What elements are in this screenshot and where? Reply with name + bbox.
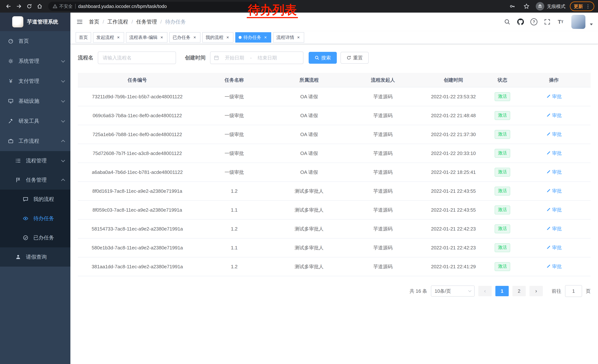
status-badge: 激活 — [495, 149, 510, 158]
sidebar-item-label: 待办任务 — [33, 215, 54, 222]
browser-reload-button[interactable] — [25, 1, 34, 11]
font-size-icon[interactable]: TT — [555, 16, 566, 27]
sidebar-item-label: 我的流程 — [33, 196, 54, 203]
cell-create-time: 2022-01-22 23:53:32 — [419, 87, 487, 106]
yen-icon: ¥ — [8, 78, 14, 84]
next-page-button[interactable]: › — [530, 286, 543, 296]
pagination-total: 共 16 条 — [410, 288, 427, 294]
approve-link[interactable]: 审批 — [546, 150, 562, 156]
sidebar-item-todo-tasks[interactable]: 待办任务 — [0, 209, 70, 228]
approve-link[interactable]: 审批 — [546, 263, 562, 270]
close-icon[interactable]: × — [296, 35, 301, 40]
address-bar[interactable]: 不安全 dashboard.yudao.iocoder.cn/bpm/task/… — [48, 2, 259, 11]
pagination: 共 16 条 10条/页 ‹ 1 2 › 前往 页 — [78, 285, 590, 297]
page-2-button[interactable]: 2 — [512, 286, 526, 296]
app-header: 首页 / 工作流程 / 任务管理 / 待办任务 ? TT — [70, 13, 598, 31]
close-icon[interactable]: × — [159, 35, 164, 40]
tag-home[interactable]: 首页 — [75, 32, 91, 43]
prev-page-button[interactable]: ‹ — [478, 286, 492, 296]
sidebar-item-system[interactable]: 系统管理 — [0, 51, 70, 71]
page-1-button[interactable]: 1 — [495, 286, 509, 296]
tag-process-detail[interactable]: 流程详情 × — [273, 32, 304, 43]
close-icon[interactable]: × — [263, 35, 268, 40]
approve-link[interactable]: 审批 — [546, 131, 562, 138]
sidebar-collapse-button[interactable] — [70, 13, 89, 31]
cell-create-time: 2022-01-21 22:42:23 — [419, 219, 487, 238]
close-icon[interactable]: × — [225, 35, 230, 40]
browser-back-button[interactable] — [4, 1, 13, 11]
sidebar-item-task-management[interactable]: 任务管理 — [0, 170, 70, 190]
cell-task-name: 1.1 — [197, 238, 272, 257]
refresh-icon — [346, 55, 351, 60]
browser-forward-button[interactable] — [14, 1, 24, 11]
app-logo-icon — [12, 16, 23, 27]
approve-link[interactable]: 审批 — [546, 188, 562, 194]
approve-link[interactable]: 审批 — [546, 226, 562, 232]
sidebar-item-home[interactable]: 首页 — [0, 31, 70, 51]
tag-my-process[interactable]: 我的流程 × — [202, 32, 233, 43]
workflow-icon — [8, 138, 14, 144]
calendar-icon — [214, 55, 219, 60]
sidebar-menu: 首页 系统管理 ¥ 支付管理 基础设施 — [0, 31, 70, 364]
approve-link[interactable]: 审批 — [546, 112, 562, 119]
search-button[interactable]: 搜索 — [309, 52, 337, 64]
date-range-picker[interactable]: - — [210, 51, 303, 64]
sidebar-item-my-process[interactable]: 我的流程 — [0, 190, 70, 209]
gear-icon — [8, 58, 14, 64]
page-size-select[interactable]: 10条/页 — [431, 285, 475, 297]
sidebar-item-leave-query[interactable]: 请假查询 — [0, 247, 70, 267]
tag-todo-tasks-active[interactable]: 待办任务 × — [235, 32, 271, 43]
fullscreen-icon[interactable] — [542, 16, 553, 27]
bookmark-star-icon[interactable] — [522, 1, 531, 11]
cell-actions: 审批 — [517, 257, 590, 276]
sidebar-item-done-tasks[interactable]: 已办任务 — [0, 228, 70, 247]
breadcrumb-separator: / — [103, 19, 104, 25]
breadcrumb-task-management[interactable]: 任务管理 — [136, 18, 157, 25]
sidebar-item-devtools[interactable]: 研发工具 — [0, 111, 70, 131]
cell-task-id: 75d72608-7b7f-11ec-a3c8-acde48001122 — [78, 144, 197, 163]
approve-link[interactable]: 审批 — [546, 93, 562, 100]
app-logo-row[interactable]: 芋道管理系统 — [0, 13, 70, 31]
help-icon[interactable]: ? — [528, 16, 540, 27]
sidebar-item-infrastructure[interactable]: 基础设施 — [0, 91, 70, 111]
sidebar-item-process-management[interactable]: 流程管理 — [0, 151, 70, 170]
end-date-input[interactable] — [253, 55, 281, 61]
close-icon[interactable]: × — [192, 35, 197, 40]
browser-update-chip[interactable]: 更新 ⋮ — [570, 1, 594, 11]
cell-task-name: 一级审批 — [197, 106, 272, 125]
search-icon[interactable] — [502, 16, 513, 27]
avatar[interactable] — [571, 15, 585, 29]
edit-icon — [546, 208, 551, 212]
process-name-input[interactable] — [98, 51, 176, 64]
goto-label: 前往 — [552, 288, 561, 294]
cell-create-time: 2022-01-22 21:48:48 — [419, 106, 487, 125]
avatar-caret-icon[interactable] — [590, 24, 593, 25]
browser-menu-icon[interactable]: ⋮ — [586, 4, 590, 9]
tag-start-process[interactable]: 发起流程 × — [93, 32, 124, 43]
tag-label: 待办任务 — [243, 34, 261, 40]
close-icon[interactable]: × — [116, 35, 121, 40]
sidebar-item-workflow[interactable]: 工作流程 — [0, 131, 70, 151]
breadcrumb-workflow[interactable]: 工作流程 — [108, 18, 128, 25]
cell-actions: 审批 — [517, 106, 590, 125]
sidebar-item-payment[interactable]: ¥ 支付管理 — [0, 71, 70, 91]
col-status: 状态 — [488, 73, 517, 87]
start-date-input[interactable] — [220, 55, 249, 61]
browser-home-button[interactable] — [35, 1, 44, 11]
tag-process-form-edit[interactable]: 流程表单-编辑 × — [126, 32, 167, 43]
approve-link[interactable]: 审批 — [546, 207, 562, 213]
sidebar: 芋道管理系统 首页 系统管理 ¥ 支付管理 — [0, 13, 70, 364]
incognito-label: 无痕模式 — [547, 3, 565, 9]
github-icon[interactable] — [515, 16, 526, 27]
approve-link[interactable]: 审批 — [546, 169, 562, 175]
tag-done-tasks[interactable]: 已办任务 × — [169, 32, 200, 43]
approve-link[interactable]: 审批 — [546, 244, 562, 251]
password-key-icon[interactable] — [507, 1, 517, 11]
cell-task-id: 58154733-7ac8-11ec-a9e2-a2380e71991a — [78, 219, 197, 238]
sidebar-item-label: 首页 — [18, 38, 29, 45]
security-indicator[interactable]: 不安全 — [53, 3, 73, 9]
goto-page-input[interactable] — [565, 285, 582, 297]
breadcrumb-home[interactable]: 首页 — [89, 18, 99, 25]
reset-button[interactable]: 重置 — [341, 52, 369, 64]
table-row: 73211d9d-7b9b-11ec-b5b7-acde48001122 一级审… — [78, 87, 590, 106]
